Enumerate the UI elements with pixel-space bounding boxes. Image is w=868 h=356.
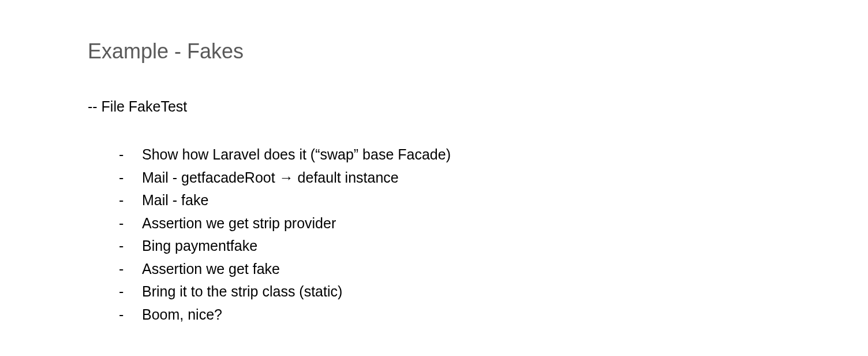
bullet-list: Show how Laravel does it (“swap” base Fa…	[88, 144, 868, 325]
list-item: Bing paymentfake	[119, 235, 868, 257]
slide-subtitle: -- File FakeTest	[88, 98, 868, 115]
list-item: Assertion we get fake	[119, 258, 868, 280]
list-item: Mail - fake	[119, 190, 868, 212]
list-item: Bring it to the strip class (static)	[119, 281, 868, 303]
slide-title: Example - Fakes	[88, 39, 868, 64]
list-item: Show how Laravel does it (“swap” base Fa…	[119, 144, 868, 166]
list-item: Boom, nice?	[119, 304, 868, 326]
list-item: Assertion we get strip provider	[119, 213, 868, 235]
list-item: Mail - getfacadeRoot → default instance	[119, 167, 868, 189]
